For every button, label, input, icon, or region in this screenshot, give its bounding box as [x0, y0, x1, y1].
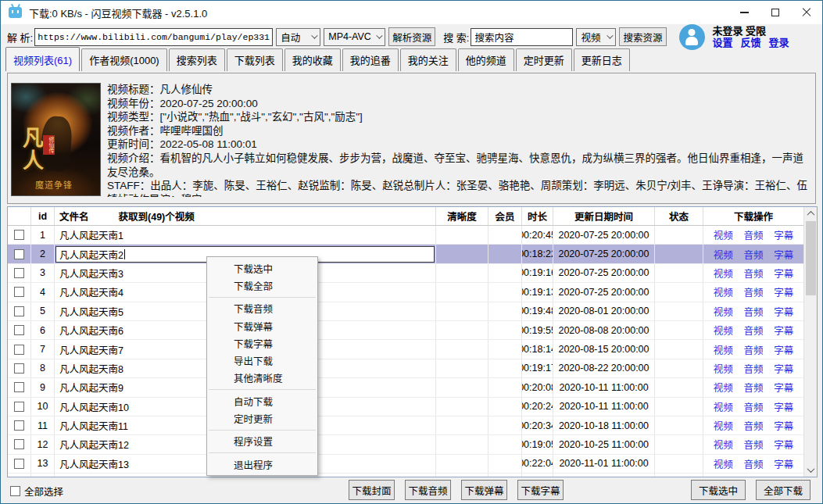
download-video-link[interactable]: 视频 — [714, 227, 733, 242]
table-row[interactable]: 2 凡人风起天南2 00:18:22 2020-07-25 20:00:00 视… — [8, 245, 803, 263]
row-checkbox[interactable] — [14, 230, 24, 240]
table-row[interactable]: 4 凡人风起天南4 00:19:13 2020-07-25 20:00:00 视… — [8, 283, 803, 302]
table-row[interactable]: 5 凡人风起天南5 00:19:48 2020-08-01 20:00:00 视… — [8, 302, 803, 321]
download-audio-link[interactable]: 音频 — [743, 266, 763, 281]
url-input[interactable] — [34, 28, 273, 46]
download-video-link[interactable]: 视频 — [714, 361, 733, 376]
context-menu-item[interactable] — [209, 389, 316, 390]
close-button[interactable] — [791, 1, 822, 24]
download-video-link[interactable]: 视频 — [714, 418, 733, 433]
login-link[interactable]: 登录 — [769, 37, 789, 48]
download-video-link[interactable]: 视频 — [714, 247, 733, 262]
context-menu-item[interactable] — [209, 297, 316, 298]
context-menu-item[interactable]: 下载字幕 — [207, 334, 317, 352]
parse-resource-button[interactable]: 解析资源 — [388, 27, 435, 46]
context-menu-item[interactable]: 下载选中 — [207, 259, 317, 277]
context-menu-item[interactable]: 自动下载 — [207, 392, 317, 409]
scroll-up-button[interactable] — [804, 207, 818, 220]
context-menu-item[interactable]: 其他清晰度 — [207, 370, 317, 387]
row-checkbox[interactable] — [14, 420, 24, 431]
row-checkbox[interactable] — [14, 363, 24, 374]
bottom-action-button[interactable]: 下载弹幕 — [461, 480, 507, 500]
bottom-action-button[interactable]: 下载音频 — [405, 480, 451, 500]
row-checkbox[interactable] — [14, 325, 24, 335]
download-subtitle-link[interactable]: 字幕 — [774, 284, 793, 299]
context-menu-item[interactable]: 下载弹幕 — [207, 317, 317, 334]
download-video-link[interactable]: 视频 — [714, 456, 733, 471]
download-audio-link[interactable]: 音频 — [743, 304, 763, 319]
table-row[interactable]: 7 凡人风起天南7 00:18:14 2020-08-15 20:00:00 视… — [8, 340, 803, 359]
minimize-button[interactable] — [728, 1, 760, 24]
bottom-action-button[interactable]: 下载字幕 — [517, 480, 564, 500]
download-audio-link[interactable]: 音频 — [743, 284, 763, 299]
download-video-link[interactable]: 视频 — [714, 380, 733, 395]
tab[interactable]: 我的追番 — [342, 48, 399, 71]
user-avatar[interactable] — [679, 24, 705, 50]
download-audio-link[interactable]: 音频 — [743, 418, 763, 433]
download-subtitle-link[interactable]: 字幕 — [774, 247, 793, 262]
tab[interactable]: 定时更新 — [516, 48, 572, 71]
download-subtitle-link[interactable]: 字幕 — [774, 361, 793, 376]
download-subtitle-link[interactable]: 字幕 — [774, 418, 793, 433]
download-audio-link[interactable]: 音频 — [743, 227, 763, 242]
download-audio-link[interactable]: 音频 — [743, 361, 763, 376]
row-checkbox[interactable] — [14, 268, 24, 278]
tab[interactable]: 视频列表(61) — [5, 47, 80, 71]
table-row[interactable]: 9 凡人风起天南9 00:20:08 2020-10-11 11:00:00 视… — [8, 378, 803, 397]
download-audio-link[interactable]: 音频 — [743, 456, 763, 471]
download-subtitle-link[interactable]: 字幕 — [774, 456, 793, 471]
table-row[interactable]: 13 凡人风起天南13 00:22:04 2020-11-01 11:00:00… — [8, 455, 803, 474]
tab[interactable]: 他的频道 — [458, 48, 514, 71]
row-checkbox[interactable] — [14, 402, 24, 412]
context-menu-item[interactable] — [209, 430, 316, 431]
row-checkbox[interactable] — [14, 249, 24, 259]
table-row[interactable]: 11 凡人风起天南11 00:20:34 2020-10-18 11:00:00… — [8, 416, 803, 435]
download-subtitle-link[interactable]: 字幕 — [774, 399, 793, 414]
row-checkbox[interactable] — [14, 459, 24, 469]
maximize-button[interactable] — [760, 1, 791, 24]
tab[interactable]: 搜索列表 — [169, 48, 225, 71]
bottom-download-button[interactable]: 全部下载 — [756, 480, 810, 500]
select-all-checkbox-row[interactable]: 全部选择 — [10, 484, 63, 499]
table-row[interactable]: 14 凡人风起天南14 00:19:14 2020-11-08 11:00:00… — [8, 474, 803, 477]
vertical-scrollbar[interactable] — [803, 207, 817, 477]
search-input[interactable] — [471, 28, 573, 46]
scroll-down-button[interactable] — [804, 463, 818, 477]
download-video-link[interactable]: 视频 — [714, 437, 733, 452]
tab[interactable]: 下载列表 — [227, 48, 283, 71]
download-subtitle-link[interactable]: 字幕 — [774, 475, 793, 477]
mode-select[interactable]: 自动 — [276, 28, 320, 46]
download-audio-link[interactable]: 音频 — [743, 399, 763, 414]
download-subtitle-link[interactable]: 字幕 — [774, 323, 793, 338]
download-audio-link[interactable]: 音频 — [743, 342, 763, 357]
download-audio-link[interactable]: 音频 — [743, 475, 763, 477]
download-audio-link[interactable]: 音频 — [743, 323, 763, 338]
row-checkbox[interactable] — [14, 439, 24, 449]
download-video-link[interactable]: 视频 — [714, 475, 733, 477]
tab[interactable]: 更新日志 — [574, 48, 630, 71]
search-type-select[interactable]: 视频 — [576, 28, 616, 46]
row-checkbox[interactable] — [14, 345, 24, 355]
row-checkbox[interactable] — [14, 287, 24, 297]
download-audio-link[interactable]: 音频 — [743, 380, 763, 395]
context-menu-item[interactable]: 程序设置 — [207, 433, 317, 450]
row-filename-cell[interactable]: 凡人风起天南1 — [55, 226, 436, 244]
download-video-link[interactable]: 视频 — [714, 399, 733, 414]
context-menu-item[interactable]: 下载音频 — [207, 300, 317, 317]
search-resource-button[interactable]: 搜索资源 — [619, 27, 666, 46]
select-all-checkbox[interactable] — [10, 486, 20, 496]
bottom-action-button[interactable]: 下载封面 — [349, 480, 395, 500]
bottom-download-button[interactable]: 下载选中 — [691, 480, 746, 500]
download-subtitle-link[interactable]: 字幕 — [774, 380, 793, 395]
context-menu-item[interactable] — [209, 452, 316, 453]
download-subtitle-link[interactable]: 字幕 — [774, 304, 793, 319]
table-row[interactable]: 1 凡人风起天南1 00:20:45 2020-07-25 20:00:00 视… — [8, 226, 803, 245]
format-select[interactable]: MP4-AVC — [324, 28, 385, 46]
settings-link[interactable]: 设置 — [713, 37, 733, 48]
table-row[interactable]: 8 凡人风起天南8 00:19:17 2020-08-22 20:00:00 视… — [8, 359, 803, 378]
tab[interactable]: 作者视频(1000) — [81, 48, 167, 71]
download-audio-link[interactable]: 音频 — [743, 437, 763, 452]
context-menu-item[interactable]: 下载全部 — [207, 277, 317, 294]
row-checkbox[interactable] — [14, 306, 24, 316]
table-row[interactable]: 10 凡人风起天南10 00:20:24 2020-10-11 11:00:00… — [8, 398, 803, 416]
